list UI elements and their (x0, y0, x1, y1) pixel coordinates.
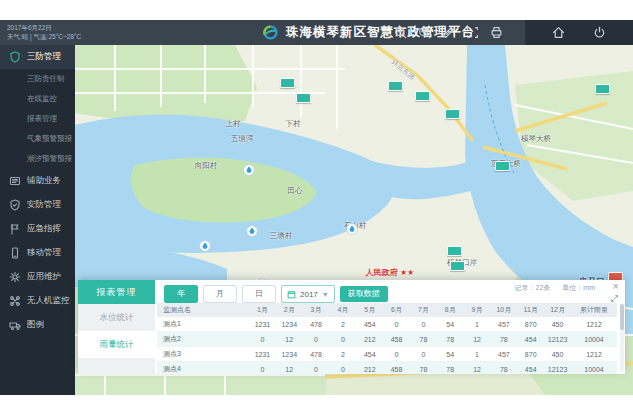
cell-station-name: 测点4 (157, 362, 249, 375)
map-poi-tag[interactable] (445, 109, 460, 119)
cell-month-value: 0 (303, 362, 330, 375)
map-poi-tag[interactable] (447, 246, 462, 256)
cell-month-value: 78 (490, 362, 517, 375)
col-header-month: 3月 (303, 303, 330, 317)
col-header-name: 监测点名 (157, 303, 249, 317)
panel-tabs: 水位统计雨量统计 (78, 304, 155, 358)
home-icon[interactable] (552, 26, 565, 39)
cell-month-value: 1 (464, 347, 491, 362)
sidebar-item-label: 安防管理 (27, 199, 61, 211)
cell-month-value: 78 (437, 332, 464, 347)
select-area-icon[interactable] (466, 26, 479, 39)
report-panel: 报表管理 水位统计雨量统计 年月日 2017 ▼ 获取数据 记录：22条 单位：… (78, 280, 625, 374)
map-poi-tag[interactable] (415, 91, 430, 101)
cell-month-value: 0 (303, 332, 330, 347)
truck-icon (9, 319, 21, 331)
panel-tab-雨量统计[interactable]: 雨量统计 (78, 331, 155, 358)
water-monitor-marker-icon[interactable] (246, 223, 258, 235)
sidebar-subitem[interactable]: 三防责任制 (0, 69, 75, 89)
sidebar-item-3[interactable]: 安防管理 (0, 193, 75, 217)
panel-tab-水位统计[interactable]: 水位统计 (78, 304, 155, 331)
sidebar-item-label: 应用维护 (27, 271, 61, 283)
measure-icon[interactable] (442, 26, 455, 39)
cell-month-value: 78 (410, 362, 437, 375)
badge-icon (9, 199, 21, 211)
sidebar-subitem[interactable]: 气象预警预报 (0, 129, 75, 149)
sidebar-item-8[interactable]: 图例 (0, 313, 75, 337)
cell-month-value: 12 (276, 332, 303, 347)
cell-month-value: 458 (383, 332, 410, 347)
sidebar-subitem[interactable]: 潮汐预警预报 (0, 149, 75, 169)
map-place-label: 三塘村 (270, 231, 293, 241)
close-icon[interactable]: × (613, 280, 619, 292)
cell-month-value: 0 (329, 362, 356, 375)
map-poi-tag[interactable] (595, 84, 610, 94)
map-poi-tag[interactable] (450, 261, 465, 271)
col-header-month: 8月 (437, 303, 464, 317)
map-poi-tag[interactable] (388, 81, 403, 91)
sidebar-item-1[interactable]: 三防管理 (0, 45, 75, 69)
map-place-label: 五瑭湾 (231, 134, 254, 144)
map-poi-tag[interactable] (296, 93, 311, 103)
sidebar-subitem[interactable]: 在线监控 (0, 89, 75, 109)
rainfall-table: 监测点名1月2月3月4月5月6月7月8月9月10月11月12月累计雨量 测点11… (157, 303, 617, 374)
cell-month-value: 0 (410, 347, 437, 362)
cell-month-value: 12 (464, 362, 491, 375)
period-button-日[interactable]: 日 (242, 285, 276, 303)
panel-title: 报表管理 (78, 280, 155, 304)
sidebar-item-4[interactable]: 应急指挥 (0, 217, 75, 241)
sidebar-item-2[interactable]: 辅助业务 (0, 169, 75, 193)
table-row[interactable]: 测点201200212458787812784541212310004 (157, 332, 617, 347)
period-button-月[interactable]: 月 (203, 285, 237, 303)
print-icon[interactable] (490, 26, 503, 39)
zoom-out-icon[interactable] (394, 26, 407, 39)
map-poi-tag[interactable] (280, 78, 295, 88)
map-place-label: 向阳村 (195, 161, 218, 171)
cell-total-value: 10004 (571, 362, 617, 375)
sidebar-item-5[interactable]: 移动管理 (0, 241, 75, 265)
records-info: 记录：22条 单位：mm (505, 283, 595, 293)
col-header-month: 9月 (464, 303, 491, 317)
map-place-label: 田心 (288, 186, 303, 196)
unit-label: 单位：mm (562, 284, 595, 291)
water-monitor-marker-icon[interactable] (346, 221, 358, 233)
map-place-label: 上村 (226, 119, 241, 129)
sidebar-item-7[interactable]: 无人机监控 (0, 289, 75, 313)
cell-month-value: 450 (544, 317, 571, 332)
system-toolbar (525, 20, 633, 45)
cell-month-value: 0 (410, 317, 437, 332)
sidebar-subitem[interactable]: 报表管理 (0, 109, 75, 129)
cell-month-value: 12123 (544, 332, 571, 347)
power-icon[interactable] (593, 26, 606, 39)
cell-month-value: 54 (437, 347, 464, 362)
expand-icon[interactable] (610, 294, 619, 303)
phone-icon (9, 247, 21, 259)
cell-month-value: 78 (410, 332, 437, 347)
cell-month-value: 478 (303, 347, 330, 362)
table-row[interactable]: 测点3123112344782454005414578704501212 (157, 347, 617, 362)
cell-month-value: 454 (356, 347, 383, 362)
cell-month-value: 12 (276, 362, 303, 375)
query-controls: 年月日 2017 ▼ 获取数据 (164, 285, 388, 303)
zoom-in-icon[interactable] (418, 26, 431, 39)
shield-icon (9, 51, 21, 63)
sidebar-item-6[interactable]: 应用维护 (0, 265, 75, 289)
fetch-data-button[interactable]: 获取数据 (340, 286, 388, 302)
top-header: 2017年6月22日 天气:晴 | 气温:25°C~28°C 珠海横琴新区智慧市… (0, 20, 633, 45)
cell-month-value: 12123 (544, 362, 571, 375)
table-scrollbar[interactable] (620, 304, 624, 372)
cell-month-value: 458 (383, 362, 410, 375)
col-header-month: 10月 (490, 303, 517, 317)
table-row[interactable]: 测点1123112344782454005414578704501212 (157, 317, 617, 332)
platform-logo-icon (262, 24, 279, 41)
table-row[interactable]: 测点401200212458787812784541212310004 (157, 362, 617, 375)
water-monitor-marker-icon[interactable] (243, 162, 255, 174)
cell-month-value: 12 (464, 332, 491, 347)
year-select[interactable]: 2017 ▼ (281, 285, 335, 303)
period-button-年[interactable]: 年 (164, 285, 198, 303)
cell-month-value: 78 (437, 362, 464, 375)
map-poi-tag[interactable] (495, 161, 510, 171)
cell-month-value: 0 (383, 317, 410, 332)
water-monitor-marker-icon[interactable] (199, 238, 211, 250)
cell-month-value: 1234 (276, 347, 303, 362)
